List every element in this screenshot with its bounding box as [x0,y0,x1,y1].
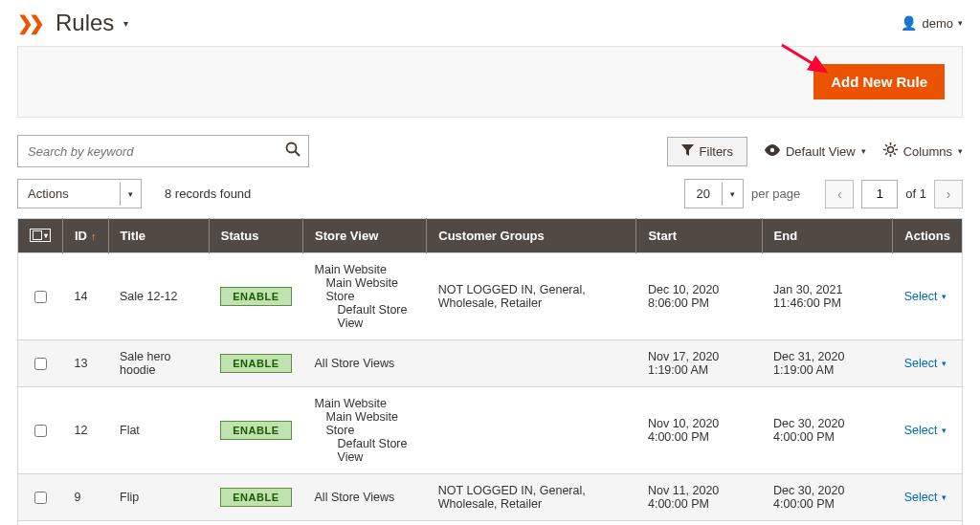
cell-actions: Select▾ [893,253,963,340]
row-checkbox[interactable] [34,425,47,437]
col-id[interactable]: ID↑ [63,219,109,253]
cell-customer-groups: NOT LOGGED IN, General, Wholesale, Retai… [427,253,636,340]
search-input[interactable] [26,143,285,160]
cell-title: Flat [108,387,209,474]
row-checkbox-cell [18,340,63,387]
store-view-line: Main Website Store [315,276,415,303]
cell-status: ENABLE [209,387,302,474]
table-row[interactable]: 8Progresss BarENABLEAll Store ViewsNOT L… [18,521,963,526]
user-menu[interactable]: 👤 demo ▾ [901,15,963,31]
table-row[interactable]: 13Sale hero hoodieENABLEAll Store ViewsN… [18,340,963,387]
cell-id: 14 [63,253,109,340]
rules-table: ▾ ID↑ Title Status Store View Customer G… [17,218,963,525]
cell-actions: Select▾ [893,387,963,474]
table-row[interactable]: 14Sale 12-12ENABLEMain WebsiteMain Websi… [18,253,963,340]
cell-id: 8 [63,521,109,526]
cell-store-view: All Store Views [303,521,427,526]
filters-label: Filters [700,144,733,159]
row-select-dropdown[interactable]: Select▾ [904,491,947,504]
store-view-line: All Store Views [315,357,415,370]
pager-next-button[interactable]: › [934,180,963,208]
row-checkbox[interactable] [34,358,47,370]
table-header-row: ▾ ID↑ Title Status Store View Customer G… [18,219,963,253]
col-select-all[interactable]: ▾ [18,219,63,253]
col-title[interactable]: Title [108,219,209,253]
table-row[interactable]: 12FlatENABLEMain WebsiteMain Website Sto… [18,387,963,474]
cell-store-view: All Store Views [303,340,427,387]
default-view-label: Default View [786,144,856,159]
select-all-checkbox[interactable]: ▾ [30,229,51,242]
status-badge: ENABLE [220,354,291,373]
chevron-down-icon: ▾ [942,426,947,435]
cell-start: Nov 17, 2020 1:19:00 AM [636,340,762,387]
chevron-down-icon: ▾ [958,18,963,28]
status-badge: ENABLE [220,488,291,507]
columns-dropdown[interactable]: Columns ▾ [883,142,963,160]
row-select-label: Select [904,290,938,303]
chevron-down-icon: ▾ [942,492,947,502]
cell-title: Sale hero hoodie [108,340,209,387]
add-new-rule-button[interactable]: Add New Rule [813,64,945,99]
cell-end: Jan 30, 2021 11:46:00 PM [762,253,893,340]
status-badge: ENABLE [220,287,291,306]
row-select-dropdown[interactable]: Select▾ [904,424,947,437]
col-end[interactable]: End [762,219,893,253]
col-status[interactable]: Status [209,219,302,253]
row-checkbox-cell [18,521,63,526]
pager-prev-button[interactable]: ‹ [825,180,854,208]
toolbar-actions-pager: Actions ▾ 8 records found 20 ▾ per page … [17,179,963,208]
row-checkbox[interactable] [34,291,47,303]
row-checkbox-cell [18,387,63,474]
row-select-label: Select [904,357,938,370]
row-select-label: Select [904,491,938,504]
cell-title: Progresss Bar [108,521,209,526]
search-icon[interactable] [285,142,301,161]
bulk-actions-dropdown[interactable]: Actions ▾ [17,179,142,208]
row-select-dropdown[interactable]: Select▾ [904,290,947,303]
funnel-icon [681,144,694,159]
cell-store-view: Main WebsiteMain Website StoreDefault St… [303,253,427,340]
cell-id: 12 [63,387,109,474]
col-store-view[interactable]: Store View [303,219,427,253]
cell-actions: Select▾ [893,340,963,387]
store-view-line: Main Website Store [315,410,415,437]
cell-end: Dec 29, 2020 4:00:00 PM [762,521,893,526]
chevron-down-icon: ▾ [722,183,743,206]
store-view-line: All Store Views [315,491,415,504]
pager-of-label: of 1 [905,186,926,201]
page-title-dropdown-icon[interactable]: ▾ [123,18,128,29]
cell-id: 13 [63,340,109,387]
page-size-dropdown[interactable]: 20 ▾ [684,179,744,208]
view-controls: Filters Default View ▾ Columns ▾ [667,137,963,166]
cell-title: Sale 12-12 [108,253,209,340]
chevron-down-icon: ▾ [861,146,866,156]
cell-customer-groups [427,387,636,474]
filters-button[interactable]: Filters [667,137,747,166]
default-view-dropdown[interactable]: Default View ▾ [765,144,866,159]
table-row[interactable]: 9FlipENABLEAll Store ViewsNOT LOGGED IN,… [18,474,963,521]
page-size-value: 20 [685,180,722,208]
row-checkbox-cell [18,474,63,521]
records-found: 8 records found [165,186,251,201]
per-page-label: per page [751,186,800,201]
cell-actions: Select▾ [893,474,963,521]
toolbar-search-views: Filters Default View ▾ Columns ▾ [17,135,963,167]
brand-logo-icon: ❯❯ [17,11,40,34]
cell-status: ENABLE [209,340,302,387]
cell-customer-groups [427,340,636,387]
row-select-dropdown[interactable]: Select▾ [904,357,947,370]
col-customer-groups[interactable]: Customer Groups [427,219,636,253]
row-checkbox[interactable] [34,492,47,504]
cell-id: 9 [63,474,109,521]
sort-asc-icon: ↑ [91,230,97,242]
pager: 20 ▾ per page ‹ of 1 › [684,179,964,208]
svg-point-3 [887,147,893,153]
pager-current-page-input[interactable] [861,180,898,208]
store-view-line: Main Website [315,263,415,276]
cell-end: Dec 30, 2020 4:00:00 PM [762,474,893,521]
cell-status: ENABLE [209,474,302,521]
col-start[interactable]: Start [636,219,762,253]
cell-title: Flip [108,474,209,521]
header-left: ❯❯ Rules ▾ [17,10,128,36]
svg-point-0 [287,143,297,153]
